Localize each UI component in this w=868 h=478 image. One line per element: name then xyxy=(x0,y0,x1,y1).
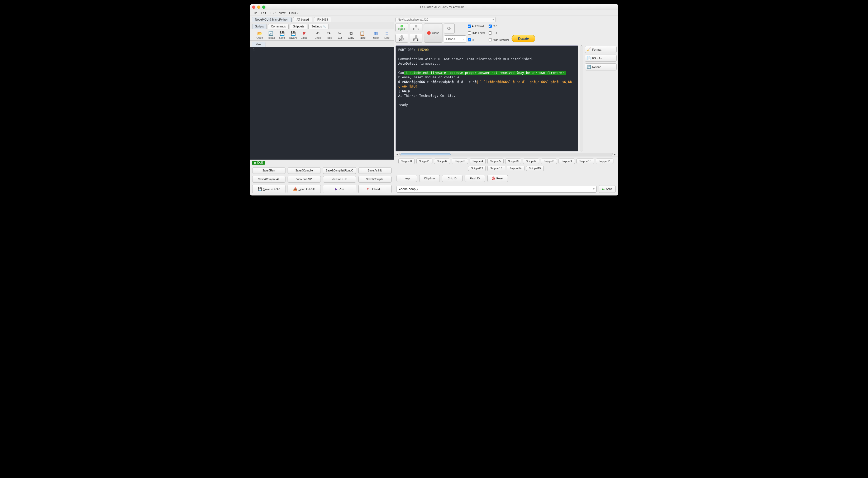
upload-----icon: ⬆ xyxy=(367,187,369,191)
side-fs-info[interactable]: 📄FS Info xyxy=(585,55,617,62)
chk-hide-terminal[interactable]: Hide Terminal xyxy=(489,38,509,41)
window-title: ESPlorer v0.2.0-rc5 by 4refr0nt xyxy=(268,5,616,9)
snippet-snippet5[interactable]: Snippet5 xyxy=(487,159,503,164)
bottom-save-to-esp[interactable]: 💾Save to ESP xyxy=(252,185,285,193)
tab-commands[interactable]: Commands xyxy=(268,24,289,29)
toolbtn-paste[interactable]: 📋Paste xyxy=(357,31,368,39)
action-save-run[interactable]: Save&Run xyxy=(252,167,285,174)
cmd-flash-id[interactable]: Flash ID xyxy=(465,175,485,182)
action-save-as-init[interactable]: Save As init xyxy=(358,167,392,174)
side-reload[interactable]: 🔄Reload xyxy=(585,63,617,70)
action-view-on-esp[interactable]: View on ESP xyxy=(287,176,321,183)
rts-button[interactable]: RTS xyxy=(410,34,423,43)
action-save-compile-runlc[interactable]: Save&Compile&RunLC xyxy=(323,167,356,174)
snippet-snippet13[interactable]: Snippet13 xyxy=(487,166,505,171)
port-select[interactable]: /dev/cu.wchusbserial1420 xyxy=(396,17,496,22)
snippet-snippet9[interactable]: Snippet9 xyxy=(559,159,575,164)
tab-nodemcu[interactable]: NodeMCU & MicroPython xyxy=(252,17,292,22)
chk-autoscroll[interactable]: AutoScroll xyxy=(468,25,485,28)
toolbtn-saveall[interactable]: 💾SaveAll xyxy=(287,31,299,39)
format-icon: 🧹 xyxy=(587,47,591,52)
action-save-compile[interactable]: Save&Compile xyxy=(358,176,392,183)
menu-links[interactable]: Links ? xyxy=(289,11,299,14)
snippet-snippet12[interactable]: Snippet12 xyxy=(468,166,486,171)
snippet-snippet6[interactable]: Snippet6 xyxy=(505,159,521,164)
side-format[interactable]: 🧹Format xyxy=(585,46,617,53)
action-save-compile[interactable]: Save&Compile xyxy=(287,167,321,174)
toolbtn-copy[interactable]: ⧉Copy xyxy=(346,31,357,39)
toolbtn-reload[interactable]: 🔄Reload xyxy=(266,31,277,39)
bottom-send-to-esp[interactable]: 📤Send to ESP xyxy=(287,185,321,193)
tab-settings[interactable]: Settings🔧 xyxy=(308,24,329,29)
cmd-chip-id[interactable]: Chip ID xyxy=(442,175,463,182)
menu-file[interactable]: File xyxy=(253,11,257,14)
toolbtn-block[interactable]: ▥Block xyxy=(370,31,381,39)
toolbar-checkbox[interactable] xyxy=(252,32,252,37)
terminal-output[interactable]: PORT OPEN 115200 Communication with MCU.… xyxy=(396,45,578,152)
toolbtn-cut[interactable]: ✂Cut xyxy=(335,31,346,39)
snippet-snippet15[interactable]: Snippet15 xyxy=(526,166,544,171)
window-minimize-icon[interactable] xyxy=(257,5,260,9)
toolbtn-close[interactable]: ✖Close xyxy=(299,31,310,39)
toolbtn-undo[interactable]: ↶Undo xyxy=(312,31,323,39)
tab-scripts[interactable]: Scripts xyxy=(252,24,267,29)
snippet-snippet8[interactable]: Snippet8 xyxy=(541,159,557,164)
open-button[interactable]: Open xyxy=(396,23,408,32)
toolbtn-line[interactable]: ≣Line xyxy=(381,31,393,39)
cmd-reset[interactable]: ⏻Reset xyxy=(487,175,508,182)
scroll-thumb[interactable] xyxy=(401,153,451,155)
terminal-scrollbar-vertical[interactable] xyxy=(580,45,583,152)
reload-icon: 🔄 xyxy=(587,65,591,69)
led-off-icon xyxy=(401,35,403,38)
snippet-snippet0[interactable]: Snippet0 xyxy=(398,159,414,164)
snippet-snippet7[interactable]: Snippet7 xyxy=(523,159,539,164)
chk-lf[interactable]: LF xyxy=(468,38,485,41)
snippet-snippet4[interactable]: Snippet4 xyxy=(470,159,486,164)
scroll-right-icon[interactable]: ▶ xyxy=(613,153,617,156)
editor-toolbar: 📂Open🔄Reload💾Save💾SaveAll✖Close↶Undo↷Red… xyxy=(250,29,394,41)
window-close-icon[interactable] xyxy=(252,5,255,9)
snippet-snippet2[interactable]: Snippet2 xyxy=(434,159,450,164)
bottom-upload----[interactable]: ⬆Upload ... xyxy=(358,185,392,193)
dtr-button[interactable]: DTR xyxy=(396,34,408,43)
send-button[interactable]: ⬅ Send xyxy=(599,185,616,193)
snippet-snippet1[interactable]: Snippet1 xyxy=(416,159,432,164)
copy-icon: ⧉ xyxy=(348,31,354,36)
menu-esp[interactable]: ESP xyxy=(270,11,275,14)
tab-rn2483[interactable]: RN2483 xyxy=(314,17,331,22)
tab-snippets[interactable]: Snippets xyxy=(290,24,307,29)
terminal-scrollbar-horizontal[interactable]: ◀ ▶ xyxy=(396,153,617,156)
action-save-compile-all[interactable]: Save&Compile All xyxy=(252,176,285,183)
snippet-snippet3[interactable]: Snippet3 xyxy=(452,159,468,164)
menu-view[interactable]: View xyxy=(279,11,285,14)
menu-edit[interactable]: Edit xyxy=(261,11,266,14)
snippet-snippet10[interactable]: Snippet10 xyxy=(577,159,594,164)
toolbtn-open[interactable]: 📂Open xyxy=(254,31,266,39)
file-tab-new[interactable]: New xyxy=(252,42,266,47)
scroll-left-icon[interactable]: ◀ xyxy=(396,153,399,156)
snippet-snippet11[interactable]: Snippet11 xyxy=(596,159,613,164)
chk-eol[interactable]: EOL xyxy=(489,31,509,35)
cts-button[interactable]: CTS xyxy=(410,23,423,32)
snippet-buttons: Snippet0Snippet1Snippet2Snippet3Snippet4… xyxy=(394,156,618,173)
titlebar: ESPlorer v0.2.0-rc5 by 4refr0nt xyxy=(250,4,618,10)
code-editor[interactable]: 1 xyxy=(250,47,394,160)
baud-select[interactable]: 115200 xyxy=(444,35,466,43)
donate-button[interactable]: Donate xyxy=(512,35,535,42)
cmd-chip-info[interactable]: Chip Info xyxy=(419,175,440,182)
toolbtn-save[interactable]: 💾Save xyxy=(277,31,287,39)
snippet-snippet14[interactable]: Snippet14 xyxy=(507,166,525,171)
close-connection-button[interactable]: ⛔ Close xyxy=(424,23,442,43)
refresh-ports-button[interactable]: ⟳ xyxy=(444,23,455,34)
run-icon: ▶ xyxy=(335,187,337,191)
chk-cr[interactable]: CR xyxy=(489,25,509,28)
tab-at-based[interactable]: AT-based xyxy=(293,17,312,22)
command-input[interactable]: =node.heap() xyxy=(397,186,596,193)
window-zoom-icon[interactable] xyxy=(262,5,266,9)
editor-gutter: 1 xyxy=(250,47,256,160)
cmd-heap[interactable]: Heap xyxy=(397,175,417,182)
toolbtn-redo[interactable]: ↷Redo xyxy=(323,31,335,39)
chk-hide-editor[interactable]: Hide Editor xyxy=(468,31,485,35)
bottom-run[interactable]: ▶Run xyxy=(323,185,356,193)
action-view-on-esp[interactable]: View on ESP xyxy=(323,176,356,183)
